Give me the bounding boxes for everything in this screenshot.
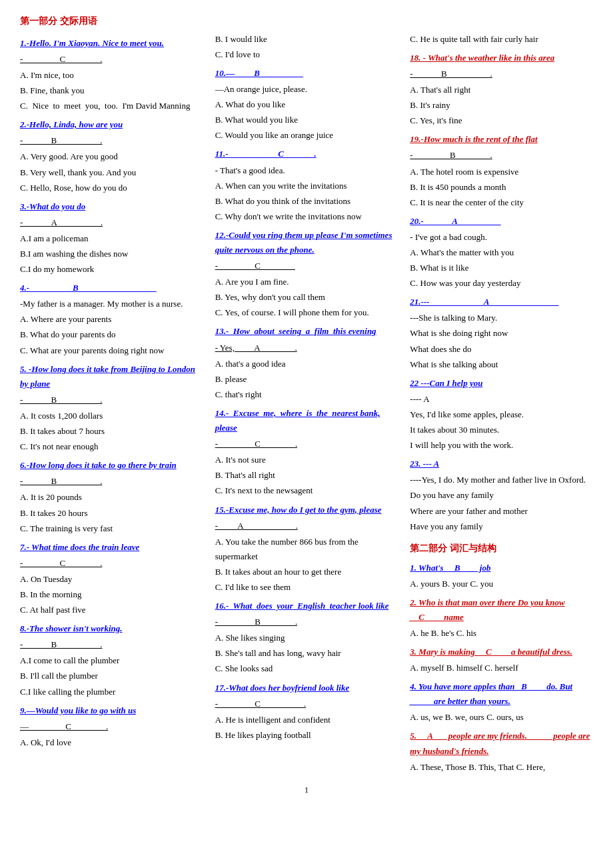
p2q1-opt: A. yours B. your C. you [410,577,593,591]
part2-title: 第二部分 词汇与结构 [410,541,593,557]
q2-answer: - ______B__________. [20,133,203,148]
q8-optC: C.I like calling the plumber [20,685,203,699]
q15-optB: B. It takes about an hour to get there [215,565,398,579]
q11-optA: A. When can you write the invitations [215,179,398,193]
q4-optB: B. What do your parents do [20,327,203,342]
q10-optB: B. What would you like [215,113,398,127]
q13-optA: A. that's a good idea [215,357,398,371]
q21-opt2: What does she do [410,342,593,357]
q3-optC: C.I do my homework [20,262,203,277]
q21-opt1: What is she doing right now [410,326,593,341]
q16-optC: C. She looks sad [215,661,398,676]
q14-optC: C. It's next to the newsagent [215,483,398,498]
q12-optB: B. Yes, why don't you call them [215,290,398,305]
q1-answer: - ________C________. [20,52,203,67]
q10-optA: A. What do you like [215,97,398,112]
q3-answer: - ______A__________. [20,215,203,230]
q15-optA: A. You take the number 866 bus from the … [215,535,398,564]
q4-optA: A. Where are your parents [20,312,203,327]
q9-optB: B. I would like [215,32,398,47]
q2-optA: A. Very good. Are you good [20,149,203,164]
q6-answer: - ______B__________. [20,474,203,489]
column-2: B. I would like C. I'd love to 10.— ____… [215,32,398,775]
q16-title: 16.- What does your English teacher look… [215,599,398,613]
p2q4-opt: A. us, we B. we, ours C. ours, us [410,710,593,725]
q18-optC: C. Yes, it's fine [410,113,593,128]
q11-title: 11.- ___________C_______. [215,147,398,161]
q6-optB: B. It takes 20 hours [20,506,203,521]
q12-title: 12.-Could you ring them up please I'm so… [215,228,398,257]
q7-optC: C. At half past five [20,603,203,617]
three-columns: 1.-Hello. I'm Xiaoyan. Nice to meet you.… [20,32,593,775]
q8-optB: B. I'll call the plumber [20,669,203,683]
q10-answer: —An orange juice, please. [215,82,398,97]
q23-opt1: Do you have any family [410,488,593,503]
p2q3-opt: A. myself B. himself C. herself [410,661,593,675]
q4-answer: -My father is a manager. My mother is a … [20,297,203,311]
q22-opt1: Yes, I'd like some apples, please. [410,407,593,422]
q10-optC: C. Would you like an orange juice [215,128,398,143]
q5-title: 5. -How long does it take from Beijing t… [20,362,203,391]
q12-optA: A. Are you I am fine. [215,275,398,289]
q16-answer: - ________B________. [215,615,398,629]
q22-opt3: I will help you with the work. [410,438,593,453]
q1-optB: B. Fine, thank you [20,83,203,98]
q13-optB: B. please [215,372,398,387]
q20-title: 20.- ______A__________ [410,214,593,229]
q13-title: 13.- How about seeing a film this evenin… [215,324,398,339]
q15-optC: C. I'd like to see them [215,580,398,595]
q20-optC: C. How was your day yesterday [410,276,593,291]
q22-title: 22 ---Can I help you [410,376,593,391]
p2q5-opt: A. These, Those B. This, That C. Here, [410,760,593,775]
section-title-part1: 第一部分 交际用语 [20,13,593,29]
column-3: C. He is quite tall with fair curly hair… [410,32,593,775]
q12-answer: - ________C________ [215,259,398,273]
q1-title: 1.-Hello. I'm Xiaoyan. Nice to meet you. [20,36,203,51]
q5-optB: B. It takes about 7 hours [20,424,203,439]
q8-answer: - ______B__________. [20,637,203,652]
q14-answer: - ________C________. [215,437,398,451]
column-1: 1.-Hello. I'm Xiaoyan. Nice to meet you.… [20,32,203,775]
p2q1-title: 1. What's __B____ job [410,561,593,575]
q17-answer: - ________C__________. [215,697,398,711]
q20-optA: A. What's the matter with you [410,245,593,260]
q2-optC: C. Hello, Rose, how do you do [20,181,203,195]
q7-answer: - ________C________. [20,556,203,571]
q2-title: 2.-Hello, Linda, how are you [20,117,203,132]
q7-optA: A. On Tuesday [20,572,203,587]
q23-opt3: Have you any family [410,519,593,534]
q17-optA: A. He is intelligent and confident [215,713,398,727]
page-number: 1 [20,783,593,797]
q6-optA: A. It is 20 pounds [20,490,203,505]
p2q2-title: 2. Who is that man over there Do you kno… [410,595,593,625]
q20-answer: - I've got a bad cough. [410,230,593,245]
q13-answer: - Yes, ____A________. [215,341,398,355]
q19-title: 19.-How much is the rent of the flat [410,132,593,147]
q3-optB: B.I am washing the dishes now [20,247,203,261]
q8-optA: A.I come to call the plumber [20,653,203,668]
q21-answer: ---She is talking to Mary. [410,311,593,325]
q22-answer: ---- A [410,392,593,407]
q20-optB: B. What is it like [410,261,593,275]
q5-answer: - ______B__________. [20,393,203,407]
q7-title: 7.- What time does the train leave [20,540,203,555]
q18-answer: - ______B__________. [410,67,593,81]
q16-optB: B. She's tall and has long, wavy hair [215,646,398,661]
q16-optA: A. She likes singing [215,631,398,645]
q15-title: 15.-Excuse me, how do I get to the gym, … [215,503,398,517]
q19-answer: - ________B________. [410,148,593,163]
q22-opt2: It takes about 30 minutes. [410,423,593,437]
q3-title: 3.-What do you do [20,199,203,214]
q6-optC: C. The training is very fast [20,521,203,536]
q4-optC: C. What are your parents doing right now [20,343,203,358]
q19-optC: C. It is near the center of the city [410,195,593,210]
q14-optB: B. That's all right [215,468,398,483]
q8-title: 8.-The shower isn't working. [20,621,203,636]
q17-optB: B. He likes playing football [215,728,398,743]
q18-optB: B. It's rainy [410,98,593,113]
q12-optC: C. Yes, of course. I will phone them for… [215,305,398,320]
q1-optC: C. Nice to meet you, too. I'm David Mann… [20,99,203,113]
q1-optA: A. I'm nice, too [20,68,203,83]
q6-title: 6.-How long does it take to go there by … [20,458,203,473]
q10-title: 10.— ____B__________ [215,66,398,81]
